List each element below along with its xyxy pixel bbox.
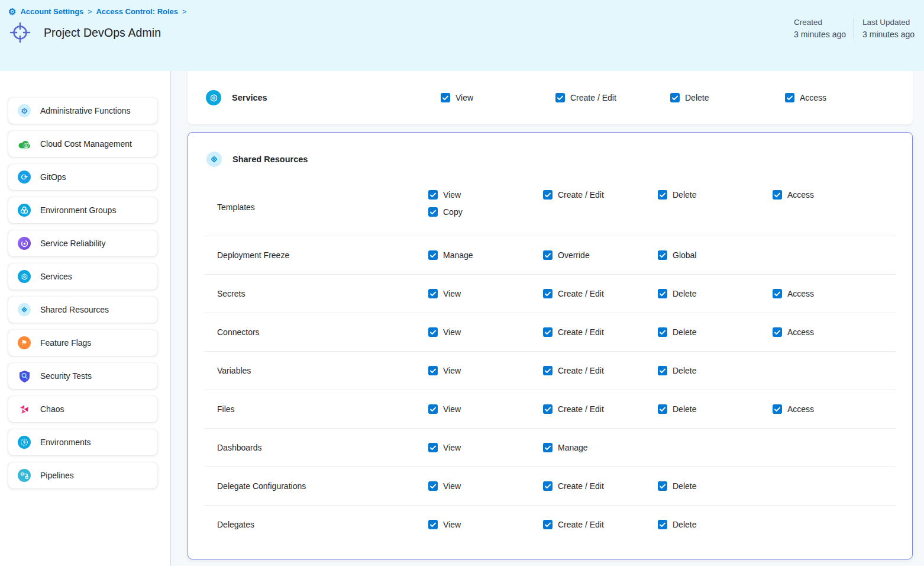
permission-checkbox-manage[interactable]: Manage bbox=[428, 250, 543, 260]
breadcrumb-separator: > bbox=[182, 8, 186, 16]
environment-groups-icon bbox=[18, 204, 31, 217]
checked-checkbox-icon[interactable] bbox=[428, 250, 438, 260]
breadcrumb-access-control-roles[interactable]: Access Control: Roles bbox=[96, 7, 178, 16]
sidebar-item-administrative-functions[interactable]: ⚙Administrative Functions bbox=[8, 98, 157, 124]
checked-checkbox-icon[interactable] bbox=[543, 520, 553, 529]
permission-checkbox-delete[interactable]: Delete bbox=[658, 404, 773, 414]
checked-checkbox-icon[interactable] bbox=[543, 366, 553, 375]
permission-label: Access bbox=[787, 289, 814, 298]
checked-checkbox-icon[interactable] bbox=[428, 520, 438, 529]
permission-label: View bbox=[443, 366, 461, 375]
checked-checkbox-icon[interactable] bbox=[785, 93, 794, 102]
sidebar-item-chaos[interactable]: Chaos bbox=[8, 396, 157, 422]
checked-checkbox-icon[interactable] bbox=[543, 190, 553, 200]
permission-checkbox-view[interactable]: View bbox=[428, 190, 543, 200]
permission-checkbox-create-edit[interactable]: Create / Edit bbox=[555, 93, 670, 102]
checked-checkbox-icon[interactable] bbox=[428, 289, 438, 298]
permission-checkbox-view[interactable]: View bbox=[428, 366, 543, 375]
checked-checkbox-icon[interactable] bbox=[555, 93, 565, 102]
checked-checkbox-icon[interactable] bbox=[543, 443, 553, 452]
checked-checkbox-icon[interactable] bbox=[428, 366, 438, 375]
permission-label: View bbox=[443, 190, 461, 200]
resource-row-files: FilesViewCreate / EditDeleteAccess bbox=[204, 390, 896, 428]
permission-checkbox-override[interactable]: Override bbox=[543, 250, 658, 260]
permission-checkbox-create-edit[interactable]: Create / Edit bbox=[543, 289, 658, 298]
checked-checkbox-icon[interactable] bbox=[658, 481, 667, 491]
checked-checkbox-icon[interactable] bbox=[773, 404, 782, 414]
sidebar-item-service-reliability[interactable]: Service Reliability bbox=[8, 230, 157, 256]
permission-checkbox-view[interactable]: View bbox=[428, 327, 543, 337]
checked-checkbox-icon[interactable] bbox=[658, 520, 667, 529]
permission-checkbox-create-edit[interactable]: Create / Edit bbox=[543, 190, 658, 200]
permission-checkbox-access[interactable]: Access bbox=[773, 190, 896, 200]
checked-checkbox-icon[interactable] bbox=[670, 93, 680, 102]
checked-checkbox-icon[interactable] bbox=[773, 327, 782, 337]
permission-checkbox-view[interactable]: View bbox=[428, 289, 543, 298]
permission-checkbox-delete[interactable]: Delete bbox=[658, 481, 773, 491]
permission-checkbox-create-edit[interactable]: Create / Edit bbox=[543, 520, 658, 529]
checked-checkbox-icon[interactable] bbox=[543, 250, 553, 260]
permission-checkbox-delete[interactable]: Delete bbox=[670, 93, 785, 102]
checked-checkbox-icon[interactable] bbox=[658, 327, 667, 337]
resource-name: Files bbox=[204, 404, 428, 414]
sidebar-item-security-tests[interactable]: Security Tests bbox=[8, 363, 157, 389]
permission-label: Create / Edit bbox=[558, 404, 604, 414]
breadcrumb-account-settings[interactable]: Account Settings bbox=[20, 7, 83, 16]
checked-checkbox-icon[interactable] bbox=[658, 250, 667, 260]
checked-checkbox-icon[interactable] bbox=[773, 190, 782, 200]
permission-checkbox-view[interactable]: View bbox=[441, 93, 555, 102]
checked-checkbox-icon[interactable] bbox=[428, 404, 438, 414]
permission-checkbox-view[interactable]: View bbox=[428, 520, 543, 529]
resource-name: Secrets bbox=[204, 289, 428, 298]
permission-checkbox-view[interactable]: View bbox=[428, 443, 543, 452]
resource-name: Connectors bbox=[204, 327, 428, 337]
checked-checkbox-icon[interactable] bbox=[428, 443, 438, 452]
checked-checkbox-icon[interactable] bbox=[428, 190, 438, 200]
permission-checkbox-access[interactable]: Access bbox=[785, 93, 913, 102]
permission-checkbox-global[interactable]: Global bbox=[658, 250, 773, 260]
permission-checkbox-delete[interactable]: Delete bbox=[658, 366, 773, 375]
permission-checkbox-create-edit[interactable]: Create / Edit bbox=[543, 481, 658, 491]
checked-checkbox-icon[interactable] bbox=[543, 404, 553, 414]
permission-checkbox-manage[interactable]: Manage bbox=[543, 443, 658, 452]
checked-checkbox-icon[interactable] bbox=[543, 481, 553, 491]
checked-checkbox-icon[interactable] bbox=[658, 404, 667, 414]
permission-cell: Delete bbox=[658, 520, 773, 529]
checked-checkbox-icon[interactable] bbox=[658, 190, 667, 200]
checked-checkbox-icon[interactable] bbox=[441, 93, 450, 102]
permission-checkbox-delete[interactable]: Delete bbox=[658, 520, 773, 529]
permission-checkbox-access[interactable]: Access bbox=[773, 327, 896, 337]
sidebar-item-services[interactable]: Services bbox=[8, 263, 157, 290]
sidebar-item-cloud-cost-management[interactable]: $Cloud Cost Management bbox=[8, 131, 157, 157]
permission-checkbox-create-edit[interactable]: Create / Edit bbox=[543, 327, 658, 337]
checked-checkbox-icon[interactable] bbox=[658, 289, 667, 298]
permission-checkbox-view[interactable]: View bbox=[428, 481, 543, 491]
role-details-page: ⚙ Account Settings > Access Control: Rol… bbox=[0, 0, 924, 566]
permission-checkbox-create-edit[interactable]: Create / Edit bbox=[543, 366, 658, 375]
permission-checkbox-copy[interactable]: Copy bbox=[428, 207, 543, 217]
sidebar-item-feature-flags[interactable]: ⚑Feature Flags bbox=[8, 330, 157, 356]
checked-checkbox-icon[interactable] bbox=[543, 327, 553, 337]
permission-checkbox-create-edit[interactable]: Create / Edit bbox=[543, 404, 658, 414]
sidebar-item-pipelines[interactable]: Pipelines bbox=[8, 462, 157, 488]
checked-checkbox-icon[interactable] bbox=[658, 366, 667, 375]
sidebar-item-shared-resources[interactable]: Shared Resources bbox=[8, 297, 157, 323]
sidebar-item-environment-groups[interactable]: Environment Groups bbox=[8, 197, 157, 223]
permission-checkbox-delete[interactable]: Delete bbox=[658, 190, 773, 200]
permission-checkbox-access[interactable]: Access bbox=[773, 289, 896, 298]
checked-checkbox-icon[interactable] bbox=[428, 481, 438, 491]
checked-checkbox-icon[interactable] bbox=[543, 289, 553, 298]
permission-label: Copy bbox=[443, 207, 463, 217]
permission-checkbox-delete[interactable]: Delete bbox=[658, 289, 773, 298]
checked-checkbox-icon[interactable] bbox=[428, 207, 438, 217]
shared-resources-card-title: Shared Resources bbox=[232, 155, 308, 164]
sidebar-item-environments[interactable]: $Environments bbox=[8, 429, 157, 455]
permission-checkbox-delete[interactable]: Delete bbox=[658, 327, 773, 337]
checked-checkbox-icon[interactable] bbox=[428, 327, 438, 337]
sidebar-item-gitops[interactable]: ⟳GitOps bbox=[8, 164, 157, 190]
checked-checkbox-icon[interactable] bbox=[773, 289, 782, 298]
permission-checkbox-access[interactable]: Access bbox=[773, 404, 896, 414]
last-updated-meta: Last Updated 3 minutes ago bbox=[854, 18, 915, 39]
permission-checkbox-view[interactable]: View bbox=[428, 404, 543, 414]
sidebar-item-label: GitOps bbox=[40, 172, 66, 182]
